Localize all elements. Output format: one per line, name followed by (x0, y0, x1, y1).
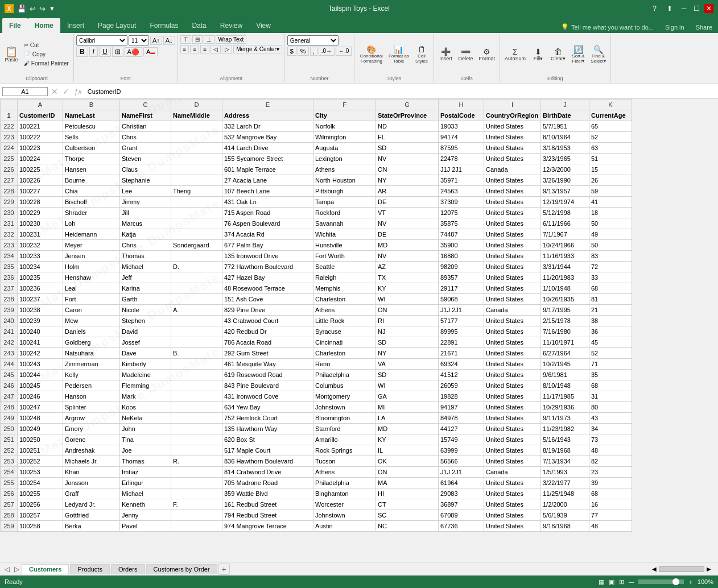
cell-k[interactable]: 82 (589, 456, 632, 467)
tab-insert[interactable]: Insert (60, 18, 91, 33)
cell-e[interactable]: 76 Aspen Boulevard (222, 218, 313, 229)
cell-g[interactable]: AZ (376, 262, 439, 272)
cell-j[interactable]: 9/11/1973 (541, 413, 589, 424)
cell-g[interactable]: SD (376, 370, 439, 380)
cell-k[interactable]: 72 (589, 262, 632, 272)
cell-j[interactable]: 8/19/1968 (541, 445, 589, 456)
comma-button[interactable]: , (310, 47, 317, 56)
clear-button[interactable]: 🗑 Clear▾ (548, 47, 568, 63)
cell-a[interactable]: 100239 (18, 316, 63, 326)
cell-f[interactable]: Amarillo (313, 434, 376, 445)
cell-b[interactable]: Mew (63, 316, 120, 326)
cell-e[interactable]: 431 Oak Ln (222, 197, 313, 208)
cell-h[interactable]: 15749 (439, 434, 484, 445)
cell-d[interactable] (171, 413, 222, 424)
cell-c[interactable]: Steven (120, 154, 171, 164)
cell-g[interactable]: CT (376, 499, 439, 510)
cell-k[interactable]: 63 (589, 143, 632, 154)
cell-k[interactable]: 36 (589, 326, 632, 337)
cell-j[interactable]: 11/10/1971 (541, 337, 589, 348)
cell-f[interactable]: Savannah (313, 218, 376, 229)
view-layout-icon[interactable]: ▣ (609, 578, 614, 586)
conditional-formatting-button[interactable]: 🎨 ConditionalFormatting (358, 44, 385, 65)
cell-b[interactable]: Loh (63, 218, 120, 229)
cell-k[interactable]: 26 (589, 175, 632, 186)
cell-i[interactable]: United States (484, 240, 541, 251)
cell-d[interactable] (171, 175, 222, 186)
cell-f[interactable]: Bloomington (313, 413, 376, 424)
col-header-e[interactable]: E (222, 100, 313, 110)
cell-c[interactable]: John (120, 424, 171, 434)
cell-c[interactable]: Jill (120, 208, 171, 218)
cell-b[interactable]: Thorpe (63, 154, 120, 164)
cell-e[interactable]: 843 Pine Boulevard (222, 380, 313, 391)
cell-d[interactable] (171, 510, 222, 521)
cell-b[interactable]: Gottfried (63, 510, 120, 521)
cell-b[interactable]: Chia (63, 186, 120, 197)
minimize-button[interactable]: ─ (679, 4, 688, 13)
cell-f[interactable]: Norfolk (313, 121, 376, 132)
cell-i[interactable]: Canada (484, 164, 541, 175)
view-normal-icon[interactable]: ▦ (599, 578, 604, 586)
cell-k[interactable]: 71 (589, 359, 632, 370)
cell-e[interactable]: 836 Hawthorn Boulevard (222, 456, 313, 467)
sheet-scroll[interactable]: A B C D E F G H I J K 1CustomerIDNameLas… (0, 99, 718, 562)
cell-d[interactable] (171, 229, 222, 240)
cell-f[interactable]: Seattle (313, 262, 376, 272)
header-cell-d[interactable]: NameMiddle (171, 110, 222, 121)
header-cell-h[interactable]: PostalCode (439, 110, 484, 121)
cell-k[interactable]: 52 (589, 132, 632, 143)
cell-c[interactable]: Stephanie (120, 175, 171, 186)
cell-d[interactable] (171, 143, 222, 154)
cell-g[interactable]: TX (376, 272, 439, 283)
quick-access-save[interactable]: 💾 (17, 5, 26, 13)
cell-j[interactable]: 8/10/1948 (541, 380, 589, 391)
cell-c[interactable]: Thomas (120, 251, 171, 262)
cell-d[interactable] (171, 488, 222, 499)
cell-a[interactable]: 100256 (18, 499, 63, 510)
cell-b[interactable]: Khan (63, 467, 120, 478)
tab-review[interactable]: Review (213, 18, 249, 33)
cell-a[interactable]: 100241 (18, 337, 63, 348)
cell-f[interactable]: Cincinnati (313, 337, 376, 348)
cell-g[interactable]: ON (376, 467, 439, 478)
cell-g[interactable]: KY (376, 434, 439, 445)
cell-g[interactable]: MD (376, 240, 439, 251)
cell-b[interactable]: Shrader (63, 208, 120, 218)
cell-b[interactable]: Caron (63, 305, 120, 316)
number-format-select[interactable]: General (287, 35, 339, 45)
cell-f[interactable]: Pittsburgh (313, 186, 376, 197)
format-painter-button[interactable]: 🖌 Format Painter (22, 59, 71, 68)
cell-h[interactable]: 56566 (439, 456, 484, 467)
cell-j[interactable]: 2/15/1978 (541, 316, 589, 326)
cell-j[interactable]: 10/29/1936 (541, 402, 589, 413)
cell-d[interactable] (171, 164, 222, 175)
cell-h[interactable]: 29083 (439, 488, 484, 499)
cell-a[interactable]: 100258 (18, 521, 63, 532)
tab-home[interactable]: Home (28, 18, 60, 33)
decimal-increase-button[interactable]: .0→ (319, 47, 335, 56)
autosum-button[interactable]: Σ AutoSum (502, 47, 528, 63)
cell-b[interactable]: Natsuhara (63, 348, 120, 359)
cell-a[interactable]: 100230 (18, 218, 63, 229)
cell-f[interactable]: Tucson (313, 456, 376, 467)
cell-k[interactable]: 45 (589, 337, 632, 348)
cell-d[interactable]: R. (171, 456, 222, 467)
cell-b[interactable]: Daniels (63, 326, 120, 337)
cell-h[interactable]: 63999 (439, 445, 484, 456)
cell-f[interactable]: Charleston (313, 348, 376, 359)
cell-e[interactable]: 814 Crabwood Drive (222, 467, 313, 478)
cell-d[interactable]: B. (171, 348, 222, 359)
cell-a[interactable]: 100252 (18, 456, 63, 467)
cell-j[interactable]: 9/17/1995 (541, 305, 589, 316)
sheet-tab-orders[interactable]: Orders (111, 564, 145, 574)
cell-k[interactable]: 81 (589, 294, 632, 305)
cell-e[interactable]: 151 Ash Cove (222, 294, 313, 305)
cell-b[interactable]: Emory (63, 424, 120, 434)
cell-a[interactable]: 100251 (18, 445, 63, 456)
add-sheet-button[interactable]: + (218, 564, 230, 575)
scroll-bar-left[interactable]: ◀ (652, 566, 657, 572)
cell-c[interactable]: Jeff (120, 272, 171, 283)
cell-i[interactable]: United States (484, 154, 541, 164)
cell-g[interactable]: DE (376, 197, 439, 208)
